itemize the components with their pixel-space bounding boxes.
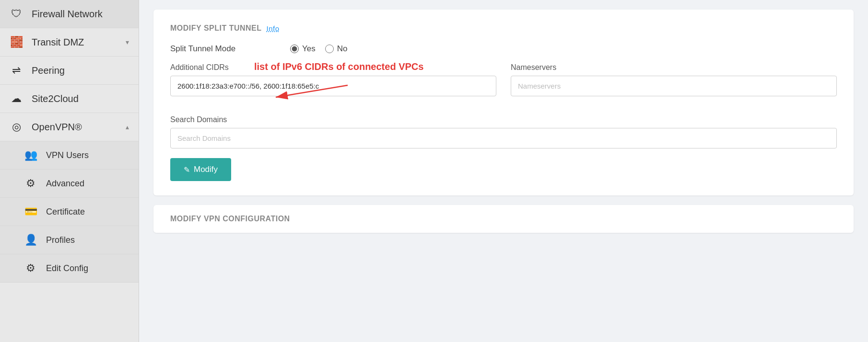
search-domains-input[interactable] [170, 128, 837, 148]
modify-split-tunnel-title: MODIFY SPLIT TUNNEL [170, 24, 262, 33]
sidebar-item-label: VPN Users [46, 150, 89, 160]
sidebar-item-label: Edit Config [46, 263, 88, 274]
modify-vpn-config-title: MODIFY VPN CONFIGURATION [170, 215, 290, 223]
split-tunnel-mode-label: Split Tunnel Mode [170, 44, 276, 54]
sidebar-item-transit-dmz[interactable]: 🧱 Transit DMZ ▾ [0, 28, 139, 57]
sidebar-item-label: Peering [32, 65, 65, 76]
edit-config-icon: ⚙ [24, 262, 37, 274]
main-content: MODIFY SPLIT TUNNEL Info Split Tunnel Mo… [139, 0, 868, 342]
sidebar-item-label: Site2Cloud [32, 93, 79, 104]
advanced-icon: ⚙ [24, 177, 37, 190]
chevron-up-icon: ▴ [126, 123, 129, 131]
search-domains-label: Search Domains [170, 115, 837, 124]
peering-icon: ⇌ [10, 64, 23, 77]
split-tunnel-mode-radio-group: Yes No [290, 44, 347, 54]
sidebar-item-edit-config[interactable]: ⚙ Edit Config [0, 254, 139, 283]
sidebar: 🛡 Firewall Network 🧱 Transit DMZ ▾ ⇌ Pee… [0, 0, 139, 342]
sidebar-item-label: Certificate [46, 207, 85, 217]
sidebar-item-advanced[interactable]: ⚙ Advanced [0, 170, 139, 198]
sidebar-item-label: Transit DMZ [32, 37, 84, 48]
sidebar-item-label: OpenVPN® [32, 122, 82, 133]
nameservers-input[interactable] [511, 76, 837, 96]
sidebar-item-certificate[interactable]: 💳 Certificate [0, 198, 139, 226]
search-domains-field: Search Domains [170, 115, 837, 148]
firewall-icon: 🛡 [10, 8, 23, 20]
site2cloud-icon: ☁ [10, 92, 23, 105]
sidebar-item-firewall-network[interactable]: 🛡 Firewall Network [0, 0, 139, 28]
transit-dmz-icon: 🧱 [10, 36, 23, 48]
modify-vpn-config-section: MODIFY VPN CONFIGURATION [153, 205, 854, 233]
sidebar-item-profiles[interactable]: 👤 Profiles [0, 226, 139, 254]
sidebar-item-label: Advanced [46, 179, 84, 189]
additional-cidrs-input[interactable] [170, 76, 496, 96]
annotation-container: list of IPv6 CIDRs of connected VPCs [170, 76, 496, 96]
additional-cidrs-field: Additional CIDRs list of IPv6 CIDRs of [170, 63, 496, 101]
no-radio-option[interactable]: No [325, 44, 348, 54]
cidrs-nameservers-grid: Additional CIDRs list of IPv6 CIDRs of [170, 63, 837, 101]
split-tunnel-mode-row: Split Tunnel Mode Yes No [170, 44, 837, 54]
nameservers-field: Nameservers [511, 63, 837, 101]
vpn-users-icon: 👥 [24, 149, 37, 161]
sidebar-item-openvpn[interactable]: ◎ OpenVPN® ▴ [0, 113, 139, 141]
yes-label: Yes [302, 44, 316, 54]
sidebar-item-site2cloud[interactable]: ☁ Site2Cloud [0, 85, 139, 113]
certificate-icon: 💳 [24, 205, 37, 218]
chevron-down-icon: ▾ [126, 38, 129, 46]
yes-radio-option[interactable]: Yes [290, 44, 316, 54]
no-label: No [337, 44, 348, 54]
sidebar-item-peering[interactable]: ⇌ Peering [0, 57, 139, 85]
nameservers-label: Nameservers [511, 63, 837, 72]
openvpn-icon: ◎ [10, 121, 23, 133]
sidebar-item-label: Profiles [46, 235, 75, 245]
sidebar-item-vpn-users[interactable]: 👥 VPN Users [0, 141, 139, 170]
modify-icon: ✎ [184, 165, 190, 174]
info-link[interactable]: Info [267, 24, 280, 33]
sidebar-item-label: Firewall Network [32, 9, 103, 20]
modify-button-label: Modify [194, 165, 218, 174]
profiles-icon: 👤 [24, 234, 37, 246]
modify-split-tunnel-card: MODIFY SPLIT TUNNEL Info Split Tunnel Mo… [153, 10, 854, 195]
no-radio[interactable] [325, 45, 334, 53]
additional-cidrs-label: Additional CIDRs [170, 63, 496, 72]
modify-button[interactable]: ✎ Modify [170, 158, 231, 181]
card-title: MODIFY SPLIT TUNNEL Info [170, 24, 837, 33]
yes-radio[interactable] [290, 45, 299, 53]
